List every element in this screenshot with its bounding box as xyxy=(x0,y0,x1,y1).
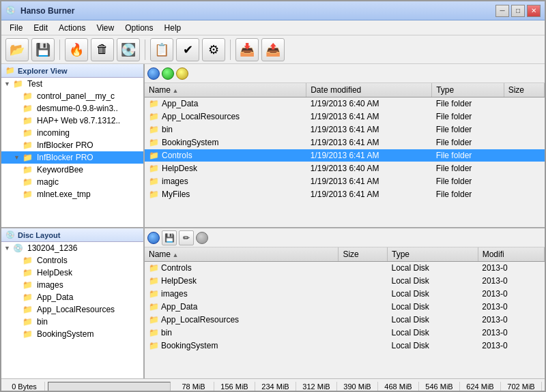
table-row[interactable]: 📁MyFiles1/19/2013 6:41 AMFile folder xyxy=(145,188,545,201)
disc-tree-item[interactable]: 📁HelpDesk xyxy=(1,267,143,279)
table-row[interactable]: 📁imagesLocal Disk2013-0 xyxy=(145,288,545,301)
save-toolbar-button[interactable]: 💾 xyxy=(31,38,55,61)
col-size-b[interactable]: Size xyxy=(339,247,388,262)
menu-item-file[interactable]: File xyxy=(4,22,28,34)
explorer-tree[interactable]: ▼📁Test📁control_panel__my_c📁desmume-0.9.8… xyxy=(1,78,143,227)
menu-item-view[interactable]: View xyxy=(91,22,119,34)
menu-item-actions[interactable]: Actions xyxy=(53,22,91,34)
disc-info-button[interactable] xyxy=(196,232,208,244)
explorer-tree-item[interactable]: 📁control_panel__my_c xyxy=(1,90,143,102)
status-78: 78 MiB xyxy=(173,382,214,391)
status-312: 312 MiB xyxy=(296,382,337,391)
disc-panel-title: Disc Layout xyxy=(18,231,60,239)
minimize-button[interactable]: ─ xyxy=(495,5,509,17)
col-size[interactable]: Size xyxy=(504,83,544,97)
col-type-b[interactable]: Type xyxy=(387,247,478,262)
explorer-tree-item[interactable]: 📁incoming xyxy=(1,127,143,139)
status-bar: 0 Bytes 78 MiB 156 MiB 234 MiB 312 MiB 3… xyxy=(1,378,545,392)
disc-tree-item[interactable]: ▼💿130204_1236 xyxy=(1,242,143,254)
disc-panel-header: 💿 Disc Layout xyxy=(1,228,143,242)
verify-toolbar-button[interactable]: ✔ xyxy=(176,38,199,61)
queue-toolbar-button[interactable]: 📥 xyxy=(235,38,259,61)
explorer-panel: 📁 Explorer View ▼📁Test📁control_panel__my… xyxy=(1,64,143,228)
explorer-tree-item[interactable]: 📁magic xyxy=(1,176,143,188)
top-file-table: Name Date modified Type Size 📁App_Data1/… xyxy=(145,83,545,201)
table-row[interactable]: 📁Controls1/19/2013 6:41 AMFile folder xyxy=(145,149,545,162)
col-date-modified[interactable]: Date modified xyxy=(306,83,432,97)
disc-tree-item[interactable]: 📁images xyxy=(1,279,143,291)
disc-edit-button[interactable]: ✏ xyxy=(179,230,194,245)
status-546: 546 MiB xyxy=(419,382,460,391)
menu-item-help[interactable]: Help xyxy=(159,22,187,34)
maximize-button[interactable]: □ xyxy=(511,5,525,17)
menu-bar: FileEditActionsViewOptionsHelp xyxy=(1,20,545,35)
table-row[interactable]: 📁App_Data1/19/2013 6:40 AMFile folder xyxy=(145,97,545,110)
table-row[interactable]: 📁App_LocalResourcesLocal Disk2013-0 xyxy=(145,314,545,327)
explorer-tree-item[interactable]: 📁KeywordBee xyxy=(1,164,143,176)
table-row[interactable]: 📁App_LocalResources1/19/2013 6:41 AMFile… xyxy=(145,110,545,123)
toolbar-separator xyxy=(145,40,145,60)
disc-tree-item[interactable]: 📁BookingSystem xyxy=(1,328,143,340)
nav-forward-button[interactable] xyxy=(162,67,174,80)
close-button[interactable]: ✕ xyxy=(527,5,541,17)
table-row[interactable]: 📁images1/19/2013 6:41 AMFile folder xyxy=(145,175,545,188)
copy-toolbar-button[interactable]: 📋 xyxy=(150,38,173,61)
explorer-tree-item[interactable]: ▼📁InfBlocker PRO xyxy=(1,151,143,164)
table-row[interactable]: 📁bin1/19/2013 6:41 AMFile folder xyxy=(145,123,545,136)
col-type[interactable]: Type xyxy=(432,83,504,97)
app-title: Hanso Burner xyxy=(20,6,495,16)
table-row[interactable]: 📁HelpDeskLocal Disk2013-0 xyxy=(145,275,545,288)
nav-up-button[interactable] xyxy=(176,67,188,80)
top-right-toolbar xyxy=(145,64,545,83)
explorer-tree-item[interactable]: ▼📁Test xyxy=(1,78,143,90)
explorer-folder-icon: 📁 xyxy=(5,66,15,75)
burn-toolbar-button[interactable]: 🔥 xyxy=(65,38,88,61)
status-bytes: 0 Bytes xyxy=(4,382,45,391)
col-name[interactable]: Name xyxy=(145,83,306,97)
progress-bar xyxy=(48,382,171,391)
info-toolbar-button[interactable]: 💽 xyxy=(117,38,140,61)
bottom-right-toolbar: 💾 ✏ xyxy=(145,228,545,247)
bottom-right-file-list[interactable]: Name Size Type Modifi 📁ControlsLocal Dis… xyxy=(145,247,545,378)
explorer-tree-item[interactable]: 📁HAP+ Web v8.7.1312.. xyxy=(1,115,143,127)
disc-nav-button[interactable] xyxy=(147,232,160,244)
export-toolbar-button[interactable]: 📤 xyxy=(261,38,285,61)
disc-save-button[interactable]: 💾 xyxy=(162,230,177,245)
menu-item-edit[interactable]: Edit xyxy=(28,22,53,34)
nav-back-button[interactable] xyxy=(147,67,160,80)
disc-tree-item[interactable]: 📁App_LocalResources xyxy=(1,303,143,316)
explorer-tree-item[interactable]: 📁mlnet.exe_tmp xyxy=(1,188,143,200)
settings-toolbar-button[interactable]: ⚙ xyxy=(202,38,225,61)
disc-icon: 💿 xyxy=(5,230,15,239)
toolbar: 📂💾🔥🗑💽📋✔⚙📥📤 xyxy=(1,35,545,64)
col-name-b[interactable]: Name xyxy=(145,247,339,262)
explorer-tree-item[interactable]: 📁InfBlocker PRO xyxy=(1,139,143,151)
disc-tree[interactable]: ▼💿130204_1236📁Controls📁HelpDesk📁images📁A… xyxy=(1,242,143,378)
explorer-tree-item[interactable]: 📁desmume-0.9.8-win3.. xyxy=(1,102,143,115)
status-702: 702 MiB xyxy=(501,382,542,391)
table-row[interactable]: 📁ControlsLocal Disk2013-0 xyxy=(145,262,545,275)
open-toolbar-button[interactable]: 📂 xyxy=(5,38,29,61)
status-156: 156 MiB xyxy=(214,382,255,391)
status-468: 468 MiB xyxy=(378,382,419,391)
table-row[interactable]: 📁HelpDesk1/19/2013 6:40 AMFile folder xyxy=(145,162,545,175)
table-row[interactable]: 📁App_DataLocal Disk2013-0 xyxy=(145,301,545,314)
erase-toolbar-button[interactable]: 🗑 xyxy=(91,38,114,61)
table-row[interactable]: 📁binLocal Disk2013-0 xyxy=(145,327,545,340)
main-content: 📁 Explorer View ▼📁Test📁control_panel__my… xyxy=(1,64,545,378)
title-bar: 💿 Hanso Burner ─ □ ✕ xyxy=(1,1,545,20)
status-234: 234 MiB xyxy=(255,382,296,391)
top-right-file-list[interactable]: Name Date modified Type Size 📁App_Data1/… xyxy=(145,83,545,227)
app-icon: 💿 xyxy=(5,5,16,16)
disc-tree-item[interactable]: 📁App_Data xyxy=(1,291,143,303)
col-modified-b[interactable]: Modifi xyxy=(478,247,544,262)
disc-tree-item[interactable]: 📁bin xyxy=(1,316,143,328)
table-row[interactable]: 📁BookingSystem1/19/2013 6:41 AMFile fold… xyxy=(145,136,545,149)
disc-panel: 💿 Disc Layout ▼💿130204_1236📁Controls📁Hel… xyxy=(1,228,143,378)
explorer-panel-header: 📁 Explorer View xyxy=(1,64,143,78)
status-390: 390 MiB xyxy=(337,382,378,391)
table-row[interactable]: 📁BookingSystemLocal Disk2013-0 xyxy=(145,340,545,352)
right-panel: Name Date modified Type Size 📁App_Data1/… xyxy=(145,64,545,378)
disc-tree-item[interactable]: 📁Controls xyxy=(1,254,143,267)
menu-item-options[interactable]: Options xyxy=(119,22,158,34)
